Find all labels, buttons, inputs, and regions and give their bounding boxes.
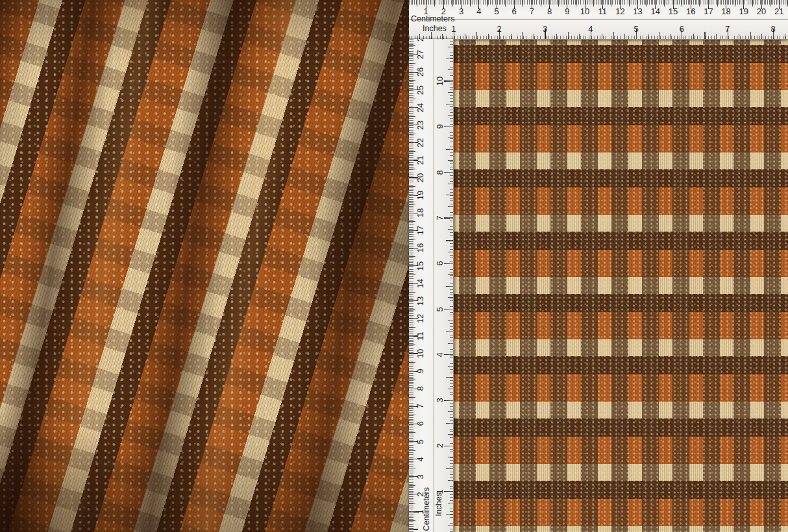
- horizontal-ruler: Centimeters Inches 123456789101112131415…: [409, 0, 788, 40]
- ruler-number: 1: [451, 24, 456, 34]
- ruler-number: 25: [415, 85, 425, 94]
- ruler-number: 26: [415, 67, 425, 77]
- ruler-number: 11: [415, 332, 425, 341]
- inches-label: Inches: [423, 24, 447, 33]
- ruler-number: 9: [435, 125, 445, 129]
- ruler-number: 19: [415, 191, 425, 200]
- ruler-number: 7: [435, 215, 445, 220]
- ruler-number: 13: [415, 296, 425, 305]
- ruler-number: 6: [415, 422, 425, 426]
- flat-fabric-swatch: [409, 0, 788, 532]
- ruler-number: 15: [415, 261, 425, 270]
- ruler-number: 17: [704, 6, 713, 16]
- inches-label: Inches: [434, 492, 443, 516]
- ruler-number: 12: [415, 314, 425, 323]
- ruler-number: 3: [543, 24, 547, 34]
- ruler-number: 16: [686, 6, 695, 16]
- fabric-product-photo: Centimeters Inches 123456789101112131415…: [0, 0, 788, 532]
- ruler-number: 1: [435, 489, 445, 494]
- ruler-number: 10: [415, 349, 425, 358]
- ruler-number: 5: [435, 307, 445, 311]
- ruler-number: 24: [415, 103, 425, 112]
- ruler-number: 4: [588, 24, 593, 34]
- ruler-number: 8: [435, 170, 445, 175]
- ruler-number: 4: [476, 6, 481, 16]
- ruler-number: 2: [415, 492, 425, 496]
- ruler-number: 10: [580, 6, 589, 16]
- ruler-number: 2: [435, 444, 445, 448]
- ruler-number: 6: [680, 24, 684, 34]
- fabric-fold-shadows: [0, 0, 410, 532]
- ruler-number: 7: [530, 6, 534, 16]
- ruler-number: 4: [415, 457, 425, 461]
- ruler-number: 12: [615, 6, 624, 16]
- ruler-number: 19: [739, 6, 748, 16]
- vertical-ruler: Centimeters Inches 123456789101112131415…: [409, 39, 454, 532]
- ruler-number: 20: [757, 6, 766, 16]
- ruler-number: 10: [435, 77, 445, 86]
- ruler-number: 3: [435, 398, 445, 402]
- ruler-number: 16: [415, 243, 425, 252]
- ruler-number: 15: [669, 6, 678, 16]
- ruler-number: 14: [415, 278, 425, 287]
- ruler-divider: [409, 19, 788, 20]
- ruler-number: 9: [565, 6, 569, 16]
- ruler-number: 9: [415, 369, 425, 373]
- ruler-number: 17: [415, 226, 425, 235]
- ruler-number: 3: [459, 6, 463, 16]
- ruler-number: 2: [497, 24, 502, 34]
- ruler-number: 5: [415, 439, 425, 444]
- ruler-number: 28: [415, 39, 425, 42]
- ruler-number: 1: [424, 6, 428, 16]
- ruler-number: 7: [725, 24, 730, 34]
- ruler-number: 21: [415, 156, 425, 165]
- ruler-number: 23: [415, 120, 425, 129]
- ruler-number: 22: [415, 138, 425, 147]
- ruler-number: 27: [415, 50, 425, 59]
- ruler-number: 2: [441, 6, 446, 16]
- ruler-number: 18: [721, 6, 730, 16]
- ruler-number: 5: [634, 24, 639, 34]
- ruler-number: 5: [494, 6, 499, 16]
- ruler-number: 7: [415, 404, 425, 409]
- ruler-number: 18: [415, 208, 425, 217]
- ruler-number: 8: [415, 387, 425, 391]
- ruler-number: 8: [547, 6, 552, 16]
- ruler-number: 8: [770, 24, 775, 34]
- ruler-number: 11: [598, 6, 607, 16]
- ruler-number: 20: [415, 173, 425, 182]
- centimeters-label: Centimeters: [411, 14, 454, 23]
- ruler-number: 11: [435, 39, 445, 40]
- ruler-number: 21: [774, 6, 783, 16]
- draped-fabric-photo: [0, 0, 410, 532]
- vertical-inch-ticks: [444, 39, 453, 532]
- ruler-number: 6: [435, 261, 445, 266]
- ruler-number: 4: [435, 352, 445, 357]
- horizontal-inch-ticks: [409, 29, 788, 39]
- ruler-number: 3: [415, 474, 425, 479]
- ruler-divider: [434, 39, 434, 532]
- ruler-number: 14: [651, 6, 660, 16]
- ruler-number: 6: [512, 6, 517, 16]
- ruler-number: 13: [633, 6, 642, 16]
- ruler-number: 1: [415, 509, 425, 514]
